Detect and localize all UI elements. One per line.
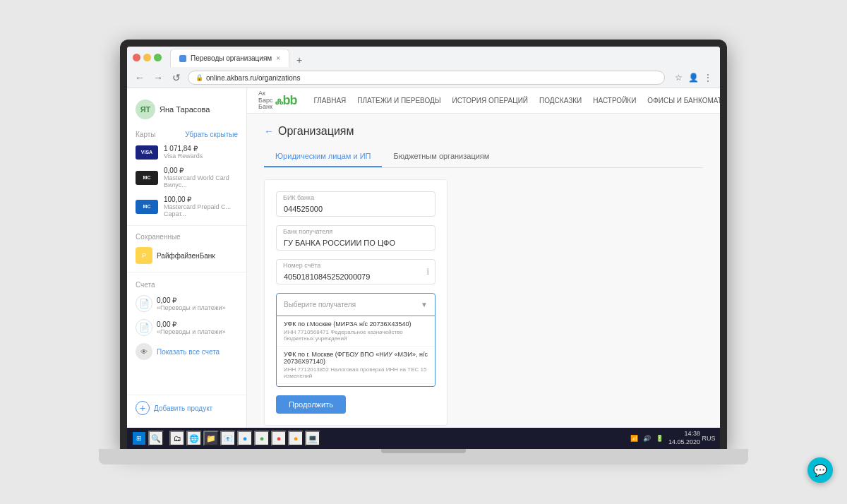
account-item-1[interactable]: 📄 0,00 ₽ «Переводы и платежи» — [127, 292, 246, 316]
item-title-1: УФК по г.Москве (МИРЗА н/с 20736Х43540) — [284, 320, 428, 328]
taskbar-icon-2[interactable]: 🌐 — [186, 431, 202, 446]
account-amount-1: 0,00 ₽ — [157, 296, 226, 304]
recipient-dropdown: Выберите получателя ▼ УФК по г.Москве (М… — [276, 293, 435, 387]
account-item-2[interactable]: 📄 0,00 ₽ «Переводы и платежи» — [127, 316, 246, 340]
add-product-btn[interactable]: + Добавить продукт — [136, 401, 238, 415]
time-display: 14:38 — [668, 430, 700, 438]
browser-actions: ☆ 👤 ⋮ — [672, 71, 714, 84]
dropdown-item-3[interactable]: УФК по г. Москве ( МГТУ им. Н.Э.Баумана … — [277, 384, 435, 387]
tray-icons: 📶 🔊 🔋 — [629, 433, 666, 444]
new-tab-btn[interactable]: + — [292, 53, 306, 67]
main-content: Ак Барс Банк ஃbb ГЛАВНАЯ ПЛАТЕЖИ И ПЕРЕВ… — [247, 88, 720, 428]
laptop-base — [99, 449, 748, 464]
tab-budget[interactable]: Бюджетным организациям — [382, 146, 500, 167]
recipient-trigger[interactable]: Выберите получателя ▼ — [276, 293, 435, 316]
accounts-section-label: Счета — [127, 277, 246, 292]
taskbar-icon-5[interactable]: ● — [237, 431, 253, 446]
nav-back-btn[interactable]: ← — [133, 71, 147, 85]
nav-payments[interactable]: ПЛАТЕЖИ И ПЕРЕВОДЫ — [357, 94, 440, 107]
divider-1 — [127, 225, 246, 226]
profile-icon[interactable]: 👤 — [687, 71, 699, 84]
breadcrumb-arrow[interactable]: ← — [264, 126, 274, 137]
add-product-label: Добавить продукт — [154, 404, 212, 412]
account-amount-2: 0,00 ₽ — [157, 320, 226, 328]
sidebar-bottom: + Добавить продукт — [127, 395, 246, 421]
nav-offices[interactable]: ОФИСЫ И БАНКОМАТЫ — [647, 94, 720, 107]
start-icon: ⊞ — [136, 435, 142, 442]
minimize-btn[interactable] — [143, 54, 151, 61]
show-all-icon: 👁 — [136, 343, 152, 360]
bookmark-icon[interactable]: ☆ — [672, 71, 685, 84]
taskbar-icon-7[interactable]: ● — [271, 431, 287, 446]
tab-legal[interactable]: Юридическим лицам и ИП — [264, 146, 382, 167]
tray-sound-icon: 🔊 — [642, 433, 653, 444]
taskbar-icon-4[interactable]: 📧 — [220, 431, 236, 446]
saved-item-1[interactable]: Р РайффайзенБанк — [127, 244, 246, 268]
menu-icon[interactable]: ⋮ — [702, 71, 714, 84]
account-info-1: 0,00 ₽ «Переводы и платежи» — [157, 296, 226, 311]
show-all-label: Показать все счета — [157, 348, 220, 356]
tray-network-icon: 📶 — [629, 433, 640, 444]
dropdown-item-2[interactable]: УФК по г. Москве (ФГБОУ ВПО «НИУ «МЭИ», … — [277, 347, 435, 384]
hide-link[interactable]: Убрать скрытые — [185, 131, 238, 138]
laptop-screen: Переводы организациям × + ← → ↺ 🔒 online… — [127, 47, 720, 449]
account-icon-1: 📄 — [136, 295, 152, 312]
saved-section-label: Сохраненные — [127, 230, 246, 244]
taskbar-tray: 📶 🔊 🔋 14:38 14.05.2020 RUS — [629, 430, 714, 446]
browser-addressbar: ← → ↺ 🔒 online.akbars.ru/organizations ☆… — [127, 68, 720, 88]
show-all-accounts[interactable]: 👁 Показать все счета — [127, 340, 246, 364]
card-icon-1: VISA — [136, 145, 158, 160]
close-btn[interactable] — [133, 54, 140, 61]
tray-battery-icon: 🔋 — [654, 433, 666, 444]
sidebar-user: ЯТ Яна Тарасова — [127, 95, 246, 126]
avatar-initials: ЯТ — [140, 105, 151, 114]
taskbar-search-btn[interactable]: 🔍 — [148, 431, 164, 446]
tab-close-btn[interactable]: × — [276, 54, 280, 62]
form-card: БИК банка Банк получателя Номер счёта — [264, 179, 447, 426]
nav-forward-btn[interactable]: → — [151, 71, 165, 85]
bank-label: Банк получателя — [283, 228, 332, 235]
nav-history[interactable]: ИСТОРИЯ ОПЕРАЦИЙ — [452, 94, 528, 107]
nav-hints[interactable]: ПОДСКАЗКИ — [539, 94, 582, 107]
tab-favicon — [179, 55, 186, 62]
continue-btn[interactable]: Продолжить — [276, 395, 346, 414]
dropdown-item-1[interactable]: УФК по г.Москве (МИРЗА н/с 20736Х43540) … — [277, 316, 435, 347]
page-title: Организациям — [278, 125, 354, 138]
maximize-btn[interactable] — [154, 54, 162, 61]
taskbar-icon-6[interactable]: ● — [254, 431, 270, 446]
user-name: Яна Тарасова — [160, 105, 210, 114]
top-nav: Ак Барс Банк ஃbb ГЛАВНАЯ ПЛАТЕЖИ И ПЕРЕВ… — [247, 88, 720, 114]
taskbar-icon-9[interactable]: 💻 — [305, 431, 320, 446]
address-bar[interactable]: 🔒 online.akbars.ru/organizations — [188, 71, 665, 85]
nav-home[interactable]: ГЛАВНАЯ — [313, 94, 346, 107]
card-item-2[interactable]: MC 0,00 ₽ Mastercard World Card Вилус... — [127, 163, 246, 192]
nav-settings[interactable]: НАСТРОЙКИ — [593, 94, 636, 107]
logo-bank: Банк — [258, 104, 272, 111]
info-icon[interactable]: ℹ — [426, 267, 430, 277]
dropdown-list: УФК по г.Москве (МИРЗА н/с 20736Х43540) … — [276, 316, 435, 387]
taskbar: ⊞ 🔍 🗂 🌐 📁 📧 ● ● ● ● 💻 📶 — [127, 428, 720, 449]
card-name-2: Mastercard World Card Вилус... — [164, 174, 238, 188]
form-tabs: Юридическим лицам и ИП Бюджетным организ… — [264, 146, 703, 168]
taskbar-icons: 🗂 🌐 📁 📧 ● ● ● ● 💻 — [169, 431, 320, 446]
taskbar-icon-1[interactable]: 🗂 — [169, 431, 185, 446]
browser-tab-active[interactable]: Переводы организациям × — [170, 49, 289, 67]
saved-icon-1: Р — [136, 247, 152, 264]
card-amount-1: 1 071,84 ₽ — [164, 145, 238, 152]
divider-2 — [127, 272, 246, 272]
browser-tabs: Переводы организациям × + — [164, 47, 312, 67]
account-icon-2: 📄 — [136, 319, 152, 336]
breadcrumb: ← Организациям — [264, 125, 703, 138]
start-btn[interactable]: ⊞ — [133, 432, 145, 445]
cards-label: Карты — [136, 131, 156, 138]
card-icon-2: MC — [136, 171, 158, 185]
taskbar-icon-3[interactable]: 📁 — [203, 431, 219, 446]
bank-field: Банк получателя — [276, 225, 435, 251]
nav-refresh-btn[interactable]: ↺ — [169, 71, 184, 85]
taskbar-icon-8[interactable]: ● — [288, 431, 304, 446]
card-item-1[interactable]: VISA 1 071,84 ₽ Visa Rewards — [127, 141, 246, 163]
bank-logo: Ак Барс Банк ஃbb — [258, 90, 296, 112]
account-label-2: «Переводы и платежи» — [157, 328, 226, 335]
tray-lang: RUS — [703, 433, 714, 444]
card-item-3[interactable]: MC 100,00 ₽ Mastercard Prepaid С... Сара… — [127, 192, 246, 221]
